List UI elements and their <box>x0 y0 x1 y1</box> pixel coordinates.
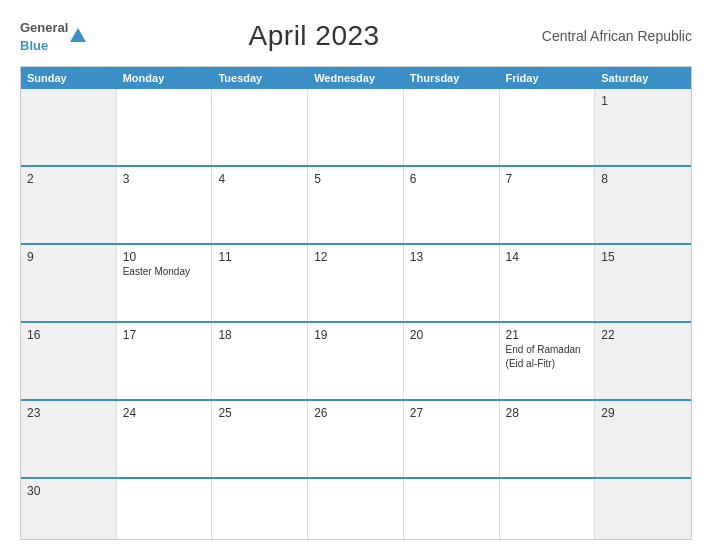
day-cell-w2-d5: 6 <box>404 167 500 243</box>
day-cell-w5-d6: 28 <box>500 401 596 477</box>
week-row-5: 23242526272829 <box>21 399 691 477</box>
day-cell-last-d4 <box>308 479 404 539</box>
day-cell-w1-d7: 1 <box>595 89 691 165</box>
day-header-tuesday: Tuesday <box>212 67 308 89</box>
day-cell-w1-d2 <box>117 89 213 165</box>
day-number: 11 <box>218 250 301 264</box>
header: General Blue April 2023 Central African … <box>20 18 692 54</box>
logo-general-text: General Blue <box>20 18 68 54</box>
day-header-friday: Friday <box>500 67 596 89</box>
day-number: 3 <box>123 172 206 186</box>
day-header-wednesday: Wednesday <box>308 67 404 89</box>
day-cell-w4-d4: 19 <box>308 323 404 399</box>
day-cell-w5-d1: 23 <box>21 401 117 477</box>
day-cell-w1-d5 <box>404 89 500 165</box>
day-number: 27 <box>410 406 493 420</box>
day-number: 7 <box>506 172 589 186</box>
day-number: 10 <box>123 250 206 264</box>
logo: General Blue <box>20 18 86 54</box>
day-header-monday: Monday <box>117 67 213 89</box>
month-title: April 2023 <box>249 20 380 52</box>
day-number: 1 <box>601 94 685 108</box>
day-cell-w5-d2: 24 <box>117 401 213 477</box>
day-cell-w4-d6: 21End of Ramadan (Eid al-Fitr) <box>500 323 596 399</box>
day-cell-w2-d4: 5 <box>308 167 404 243</box>
country-name: Central African Republic <box>542 28 692 44</box>
day-headers: Sunday Monday Tuesday Wednesday Thursday… <box>21 67 691 89</box>
day-cell-w2-d7: 8 <box>595 167 691 243</box>
day-header-saturday: Saturday <box>595 67 691 89</box>
day-cell-w3-d4: 12 <box>308 245 404 321</box>
day-cell-w3-d6: 14 <box>500 245 596 321</box>
day-number: 20 <box>410 328 493 342</box>
day-cell-w3-d2: 10Easter Monday <box>117 245 213 321</box>
day-number: 28 <box>506 406 589 420</box>
day-header-sunday: Sunday <box>21 67 117 89</box>
logo-top-row: General Blue <box>20 18 86 54</box>
day-number: 18 <box>218 328 301 342</box>
day-cell-w2-d1: 2 <box>21 167 117 243</box>
event-text: Easter Monday <box>123 266 190 277</box>
day-cell-w5-d7: 29 <box>595 401 691 477</box>
day-cell-w2-d3: 4 <box>212 167 308 243</box>
day-header-thursday: Thursday <box>404 67 500 89</box>
day-number: 5 <box>314 172 397 186</box>
day-number: 30 <box>27 484 110 498</box>
day-number: 13 <box>410 250 493 264</box>
day-cell-last-d6 <box>500 479 596 539</box>
logo-blue: Blue <box>20 38 48 53</box>
day-cell-w1-d3 <box>212 89 308 165</box>
day-cell-last-d3 <box>212 479 308 539</box>
day-number: 24 <box>123 406 206 420</box>
day-cell-w4-d2: 17 <box>117 323 213 399</box>
day-cell-w4-d7: 22 <box>595 323 691 399</box>
day-number: 21 <box>506 328 589 342</box>
day-cell-last-d7 <box>595 479 691 539</box>
day-number: 22 <box>601 328 685 342</box>
calendar-body: 12345678910Easter Monday1112131415161718… <box>21 89 691 539</box>
day-number: 2 <box>27 172 110 186</box>
day-cell-w5-d4: 26 <box>308 401 404 477</box>
day-number: 26 <box>314 406 397 420</box>
day-cell-w1-d6 <box>500 89 596 165</box>
day-number: 4 <box>218 172 301 186</box>
day-cell-w2-d2: 3 <box>117 167 213 243</box>
day-number: 16 <box>27 328 110 342</box>
calendar-page: General Blue April 2023 Central African … <box>0 0 712 550</box>
day-cell-w5-d5: 27 <box>404 401 500 477</box>
day-cell-w1-d1 <box>21 89 117 165</box>
logo-triangle-icon <box>70 28 86 42</box>
day-cell-w4-d3: 18 <box>212 323 308 399</box>
week-row-last: 30 <box>21 477 691 539</box>
day-cell-w3-d1: 9 <box>21 245 117 321</box>
day-cell-w4-d1: 16 <box>21 323 117 399</box>
week-row-1: 1 <box>21 89 691 165</box>
day-number: 9 <box>27 250 110 264</box>
logo-wrapper: General Blue <box>20 18 86 54</box>
week-row-4: 161718192021End of Ramadan (Eid al-Fitr)… <box>21 321 691 399</box>
calendar: Sunday Monday Tuesday Wednesday Thursday… <box>20 66 692 540</box>
day-number: 15 <box>601 250 685 264</box>
day-number: 12 <box>314 250 397 264</box>
week-row-3: 910Easter Monday1112131415 <box>21 243 691 321</box>
day-cell-w3-d3: 11 <box>212 245 308 321</box>
logo-general: General <box>20 20 68 35</box>
day-cell-last-d5 <box>404 479 500 539</box>
week-row-2: 2345678 <box>21 165 691 243</box>
day-number: 8 <box>601 172 685 186</box>
day-number: 23 <box>27 406 110 420</box>
day-cell-w5-d3: 25 <box>212 401 308 477</box>
day-number: 29 <box>601 406 685 420</box>
day-number: 14 <box>506 250 589 264</box>
day-number: 19 <box>314 328 397 342</box>
day-cell-w3-d7: 15 <box>595 245 691 321</box>
day-number: 6 <box>410 172 493 186</box>
day-cell-w1-d4 <box>308 89 404 165</box>
event-text: End of Ramadan (Eid al-Fitr) <box>506 344 581 369</box>
day-number: 25 <box>218 406 301 420</box>
day-cell-w2-d6: 7 <box>500 167 596 243</box>
day-number: 17 <box>123 328 206 342</box>
day-cell-w3-d5: 13 <box>404 245 500 321</box>
day-cell-last-d1: 30 <box>21 479 117 539</box>
day-cell-last-d2 <box>117 479 213 539</box>
